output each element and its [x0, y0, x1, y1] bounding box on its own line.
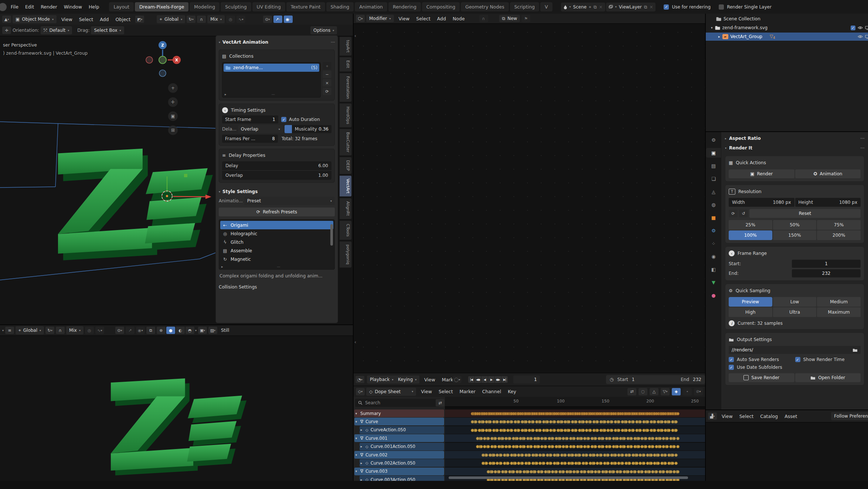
render-it-panel-header[interactable]: ▾ Render It ····: [725, 143, 864, 153]
exclude-checkbox[interactable]: ✓: [851, 26, 855, 30]
playback-menu[interactable]: Playback▾: [367, 375, 396, 384]
channel-row-curve.001[interactable]: ▾∇Curve.001: [354, 434, 444, 442]
end-field[interactable]: 232: [792, 269, 861, 277]
refresh-button[interactable]: ⟳: [323, 88, 331, 95]
workspace-tab-shading[interactable]: Shading: [326, 2, 354, 11]
panel-collapse-arrow[interactable]: ‹: [354, 33, 356, 38]
particles-tab-icon[interactable]: ⁘: [706, 239, 721, 248]
undo-icon[interactable]: ↺: [739, 210, 748, 217]
expand-icon[interactable]: ▾: [354, 436, 358, 440]
modifiers-tab-icon[interactable]: ⚙: [706, 226, 721, 235]
close-icon[interactable]: ×: [599, 4, 603, 10]
checkbox-icon[interactable]: [719, 4, 724, 10]
browse-folder-icon[interactable]: [852, 348, 858, 352]
output-path-field[interactable]: //renders/: [729, 346, 861, 354]
dope-mode-dropdown[interactable]: ◇Dope Sheet▾: [366, 388, 416, 396]
auto-key-record-icon[interactable]: ◯▾: [453, 376, 462, 383]
sidebar-tab-alignrt[interactable]: AlignRt: [340, 198, 352, 219]
search-input[interactable]: Search: [355, 399, 440, 407]
sidebar-tab-hardops[interactable]: HardOps: [340, 103, 352, 128]
channel-row-curve.002action.050[interactable]: ▸◇Curve.002Action.050: [360, 459, 444, 467]
node-mode-dropdown[interactable]: Modifier▾: [366, 15, 394, 22]
render-button[interactable]: ▣Render: [729, 169, 794, 178]
save-render-button[interactable]: Save Render: [729, 373, 794, 382]
clear-button[interactable]: ×: [323, 79, 331, 87]
menu-render[interactable]: Render: [37, 3, 61, 11]
workspace-tab-geometry-nodes[interactable]: Geometry Nodes: [461, 2, 508, 11]
asset-menu-catalog[interactable]: Catalog: [757, 412, 781, 421]
preset-item-holographic[interactable]: ◎Holographic: [220, 229, 333, 238]
resize-grip-icon[interactable]: ····: [277, 265, 280, 269]
preset-item-magnetic[interactable]: ↻Magnetic: [220, 255, 333, 263]
workspace-tab-dream-pixels-forge[interactable]: Dream-Pixels-Forge: [135, 2, 188, 11]
start-frame-field[interactable]: Start Frame 1: [222, 115, 278, 124]
checkbox-show-render-time[interactable]: ✓Show Render Time: [795, 357, 861, 362]
checkbox-render-single-layer[interactable]: Render Single Layer: [719, 4, 772, 10]
refresh-presets-button[interactable]: ⟳ Refresh Presets: [219, 208, 335, 216]
musicality-field[interactable]: Musicality 0.36: [292, 125, 331, 133]
sidebar-tab-polygoniq[interactable]: polygoniq: [340, 241, 352, 268]
drag-grip-icon[interactable]: ····: [860, 136, 864, 141]
object-tab-icon[interactable]: ■: [706, 213, 721, 222]
menu-file[interactable]: File: [7, 3, 22, 11]
editor-type-icon[interactable]: ◇▾: [356, 388, 365, 395]
preset-item-glitch[interactable]: ϟGlitch: [220, 238, 333, 246]
geometry-node-editor[interactable]: ⬡▾ Modifier▾ ViewSelectAddNode ∩ ⧉New ⚑ …: [354, 14, 706, 373]
delay-mode-dropdown[interactable]: Overlap▾: [238, 125, 283, 133]
world-tab-icon[interactable]: ◍: [706, 200, 721, 209]
scale-button-200[interactable]: 200%: [817, 230, 861, 240]
asset-menu-select[interactable]: Select: [736, 412, 757, 421]
channel-row-curve.001action.050[interactable]: ▸◇Curve.001Action.050: [360, 443, 444, 451]
snapping-icon[interactable]: ∩: [479, 15, 488, 22]
channel-row-curve.003[interactable]: ▾∇Curve.003: [354, 468, 444, 475]
scale-button-25[interactable]: 25%: [729, 220, 772, 230]
scale-button-75[interactable]: 75%: [817, 220, 861, 230]
scale-button-50[interactable]: 50%: [773, 220, 817, 230]
sync-icon[interactable]: ⇄: [627, 388, 636, 395]
filter-funnel-icon[interactable]: ▽▾: [661, 388, 670, 395]
workspace-tab-scripting[interactable]: Scripting: [510, 2, 539, 11]
refresh-icon[interactable]: ⟳: [729, 210, 738, 217]
viewlayer-selector[interactable]: ▾ ViewLayer ⧉ ×: [606, 3, 656, 11]
sidebar-tab-topart[interactable]: topArt: [340, 37, 352, 56]
copy-icon[interactable]: ⧉: [644, 4, 647, 10]
expand-icon[interactable]: ▸: [360, 461, 363, 465]
preset-item-assemble[interactable]: ▤Assemble: [220, 246, 333, 255]
animation-button[interactable]: ✪Animation: [795, 169, 861, 178]
svg-collection-row[interactable]: ▾ zend-framework.svg ✓: [706, 24, 868, 32]
node-menu-add[interactable]: Add: [434, 14, 449, 23]
workspace-tab-v[interactable]: V: [540, 2, 552, 11]
output-tab-icon[interactable]: ▤: [706, 161, 721, 171]
jump-to-start-button[interactable]: |◀: [468, 376, 474, 383]
pan-view-button[interactable]: ✛: [168, 97, 178, 107]
frame-ruler[interactable]: [445, 397, 705, 407]
viewport-3d[interactable]: ▲▾ ▣Object Mode▾ ViewSelectAddObject ◩▾ …: [0, 14, 354, 324]
sampling-button-low[interactable]: Low: [773, 297, 817, 307]
render-tab-icon[interactable]: ▣: [706, 148, 721, 158]
menu-help[interactable]: Help: [85, 3, 103, 11]
workspace-tab-rendering[interactable]: Rendering: [388, 2, 421, 11]
scrollbar[interactable]: [330, 224, 333, 246]
menu-window[interactable]: Window: [61, 3, 85, 11]
perspective-toggle-button[interactable]: ⊞: [168, 125, 178, 135]
add-button[interactable]: ＋: [323, 62, 331, 70]
expand-arrow-icon[interactable]: ▸: [225, 92, 227, 96]
editor-type-icon[interactable]: ◔▾: [355, 376, 364, 383]
aspect-ratio-panel-header[interactable]: ▸ Aspect Ratio ····: [725, 134, 864, 143]
musicality-checkbox[interactable]: [285, 125, 292, 133]
workspace-tab-modeling[interactable]: Modeling: [190, 2, 219, 11]
channel-row-curveaction.050[interactable]: ▸◇CurveAction.050: [360, 426, 444, 434]
delay-prop-overlap[interactable]: Overlap1.00: [222, 171, 331, 180]
checkbox-use-for-rendering[interactable]: ✓Use for rendering: [664, 4, 711, 10]
channel-row-curve.003action.050[interactable]: ▸◇Curve.003Action.050: [360, 476, 444, 481]
workspace-tab-sculpting[interactable]: Sculpting: [221, 2, 251, 11]
expand-icon[interactable]: ▾: [354, 469, 358, 473]
animation-type-dropdown[interactable]: Preset▾: [244, 197, 335, 205]
sampling-button-medium[interactable]: Medium: [817, 297, 861, 307]
sampling-button-maximum[interactable]: Maximum: [817, 307, 861, 317]
collapse-icon[interactable]: ▾: [219, 41, 220, 44]
constraints-tab-icon[interactable]: ◧: [706, 264, 721, 274]
style-settings-header[interactable]: ▾ Style Settings: [219, 187, 335, 196]
asset-menu-view[interactable]: View: [718, 412, 736, 421]
sidebar-tab-deep[interactable]: DEEP: [340, 157, 352, 174]
